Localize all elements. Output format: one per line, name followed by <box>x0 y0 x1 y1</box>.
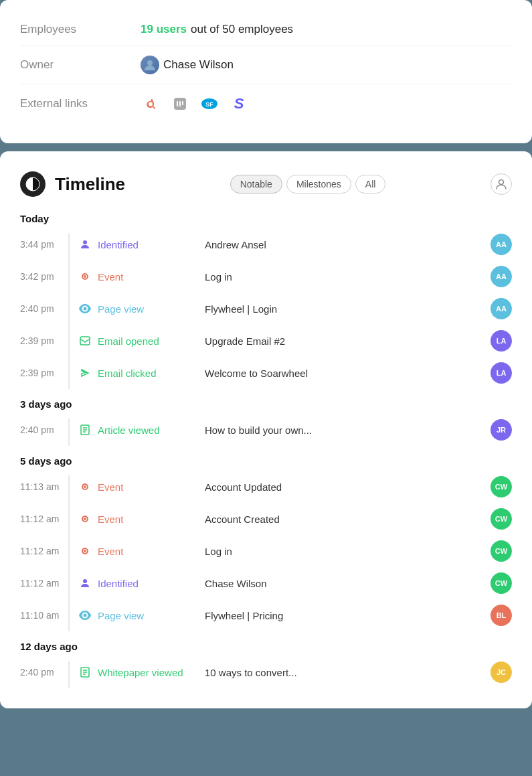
avatar: CW <box>491 540 512 562</box>
svg-point-0 <box>147 60 153 66</box>
timeline-card: Timeline Notable Milestones All Today 3:… <box>0 151 532 708</box>
salesforce-icon[interactable]: SF <box>199 94 219 114</box>
employees-rest: out of 50 employees <box>191 23 293 36</box>
svg-point-9 <box>499 180 503 185</box>
entry-detail: Account Updated <box>205 481 485 493</box>
group-label-3days: 3 days ago <box>20 398 512 410</box>
table-row: 2:39 pm Email clicked Welcome to Soarwhe… <box>20 357 512 389</box>
event-icon <box>75 271 95 282</box>
timeline-entries: Today 3:44 pm Identified Andrew Ansel AA… <box>20 213 512 688</box>
entry-type: Email clicked <box>98 368 205 379</box>
entry-time: 2:40 pm <box>20 424 68 435</box>
avatar: CW <box>491 476 512 497</box>
profile-filter-icon[interactable] <box>491 173 512 195</box>
group-label-5days: 5 days ago <box>20 455 512 467</box>
group-label-today: Today <box>20 213 512 224</box>
table-row: 11:12 am Event Account Created CW <box>20 503 512 535</box>
svg-rect-3 <box>179 101 181 106</box>
email-icon <box>75 336 95 345</box>
external-links-row: External links SF <box>20 84 512 123</box>
whitepaper-icon <box>75 667 95 678</box>
svg-point-12 <box>84 275 86 278</box>
owner-row: Owner Chase Wilson <box>20 46 512 84</box>
entry-type: Identified <box>98 578 205 589</box>
owner-value: Chase Wilson <box>141 56 234 74</box>
group-label-12days: 12 days ago <box>20 641 512 652</box>
entry-detail: Account Created <box>205 514 485 525</box>
table-row: 2:39 pm Email opened Upgrade Email #2 LA <box>20 325 512 357</box>
employees-value: 19 users out of 50 employees <box>141 23 293 36</box>
employees-row: Employees 19 users out of 50 employees <box>20 13 512 46</box>
table-row: 2:40 pm Article viewed How to build your… <box>20 414 512 446</box>
avatar: LA <box>491 362 512 384</box>
svg-point-23 <box>84 550 86 552</box>
eye-icon <box>75 304 95 313</box>
email-click-icon <box>75 368 95 378</box>
svg-rect-13 <box>80 337 90 345</box>
entry-time: 11:12 am <box>20 514 68 524</box>
table-row: 11:13 am Event Account Updated CW <box>20 471 512 503</box>
entry-detail: Log in <box>205 546 485 557</box>
entry-detail: Chase Wilson <box>205 578 485 589</box>
entry-type: Page view <box>98 610 205 621</box>
table-row: 2:40 pm Whitepaper viewed 10 ways to con… <box>20 656 512 688</box>
entry-detail: Welcome to Soarwheel <box>205 368 485 379</box>
filter-notable[interactable]: Notable <box>230 175 282 193</box>
entry-detail: Andrew Ansel <box>205 239 485 250</box>
table-row: 2:40 pm Page view Flywheel | Login AA <box>20 293 512 325</box>
entry-type: Email opened <box>98 335 205 347</box>
filter-all[interactable]: All <box>355 175 386 193</box>
svg-point-24 <box>83 579 87 583</box>
avatar <box>141 56 159 74</box>
entry-detail: How to build your own... <box>205 424 485 436</box>
stripe-icon[interactable]: S <box>229 94 249 114</box>
timeline-icon <box>20 171 46 197</box>
entry-detail: Flywheel | Login <box>205 303 485 315</box>
entry-type: Event <box>98 546 205 557</box>
entry-type: Article viewed <box>98 424 205 436</box>
group-5days: 5 days ago 11:13 am Event Account Update… <box>20 455 512 631</box>
top-card: Employees 19 users out of 50 employees O… <box>0 0 532 143</box>
entry-type: Identified <box>98 239 205 250</box>
entry-type: Whitepaper viewed <box>98 667 205 678</box>
event-icon <box>75 481 95 492</box>
person-icon <box>75 578 95 589</box>
avatar: JR <box>491 419 512 441</box>
table-row: 11:12 am Event Log in CW <box>20 535 512 567</box>
timeline-header: Timeline Notable Milestones All <box>20 171 512 197</box>
entry-time: 3:44 pm <box>20 239 68 250</box>
avatar: CW <box>491 508 512 530</box>
employees-label: Employees <box>20 23 141 36</box>
owner-name: Chase Wilson <box>163 58 234 72</box>
event-icon <box>75 514 95 524</box>
avatar: LA <box>491 330 512 352</box>
article-icon <box>75 424 95 435</box>
owner-label: Owner <box>20 58 141 72</box>
event-icon <box>75 546 95 556</box>
svg-point-19 <box>84 485 86 488</box>
entry-time: 2:39 pm <box>20 368 68 378</box>
intercom-icon[interactable] <box>170 94 190 114</box>
entry-detail: Flywheel | Pricing <box>205 610 485 621</box>
users-highlight: 19 users <box>141 23 187 36</box>
entry-time: 11:12 am <box>20 546 68 556</box>
timeline-title: Timeline <box>55 174 125 195</box>
table-row: 3:44 pm Identified Andrew Ansel AA <box>20 228 512 260</box>
hubspot-icon[interactable] <box>141 94 161 114</box>
avatar: BL <box>491 605 512 626</box>
entry-type: Event <box>98 514 205 525</box>
external-links-label: External links <box>20 97 141 110</box>
group-today: Today 3:44 pm Identified Andrew Ansel AA… <box>20 213 512 389</box>
entry-detail: Log in <box>205 271 485 283</box>
group-12days: 12 days ago 2:40 pm Whitepaper viewed 10… <box>20 641 512 688</box>
filter-milestones[interactable]: Milestones <box>286 175 351 193</box>
entry-detail: 10 ways to convert... <box>205 667 485 678</box>
timeline-filters: Notable Milestones All <box>230 175 386 193</box>
group-3days: 3 days ago 2:40 pm Article viewed How to… <box>20 398 512 446</box>
entry-type: Page view <box>98 303 205 315</box>
entry-type: Event <box>98 271 205 283</box>
eye-icon <box>75 611 95 620</box>
avatar: JC <box>491 662 512 683</box>
avatar: AA <box>491 234 512 255</box>
table-row: 11:12 am Identified Chase Wilson CW <box>20 567 512 599</box>
